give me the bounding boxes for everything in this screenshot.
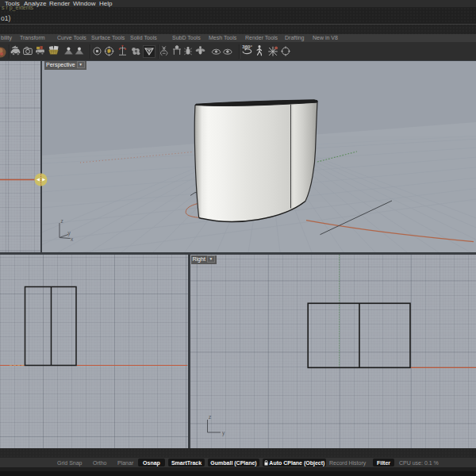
svg-text:z: z (209, 414, 211, 420)
svg-text:z: z (61, 218, 63, 224)
svg-text:y: y (222, 430, 225, 436)
